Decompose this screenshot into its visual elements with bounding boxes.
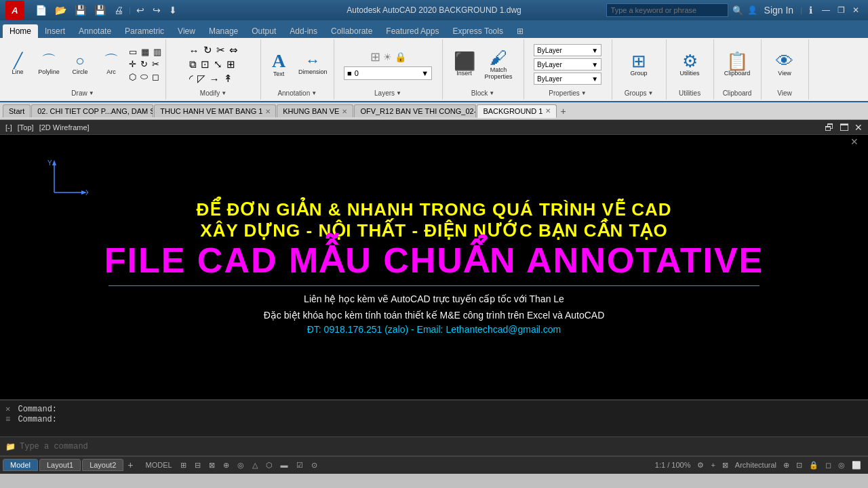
mirror-btn[interactable]: ⇔ [228,43,239,57]
workspace-btn[interactable]: ⊡ [795,461,804,470]
clipboard-btn[interactable]: 📋 Clipboard [721,50,754,79]
viewport-close-btn[interactable]: ✕ [854,122,863,133]
rotate-btn[interactable]: ↻ [139,58,149,70]
trim-mod-btn[interactable]: ✂ [215,43,226,57]
polyline-btn[interactable]: ⌒ Polyline [34,52,64,77]
viewport-style-btn[interactable]: [2D Wireframe] [39,123,90,131]
text-btn[interactable]: A Text [264,49,294,79]
prop-lineweight-dropdown[interactable]: ByLayer ▼ [534,73,601,85]
hatch-btn[interactable]: ▦ [140,46,151,58]
prop-color-dropdown[interactable]: ByLayer ▼ [534,44,601,56]
grid-btn[interactable]: ⊞ [179,461,188,470]
viewport-minimize-btn[interactable]: [-] [5,123,12,131]
lw-btn[interactable]: ▬ [279,461,290,469]
sel-btn[interactable]: ⊙ [310,461,319,470]
rect-btn[interactable]: ▭ [127,46,138,58]
info-btn[interactable]: ℹ [806,3,815,17]
ortho-btn[interactable]: ⊠ [208,461,216,470]
stretch-btn[interactable]: ⤡ [212,58,224,71]
lineweight-dropdown-arrow[interactable]: ▼ [591,75,598,83]
doc-tab-2-close[interactable]: ✕ [342,108,347,115]
match-props-btn[interactable]: 🖌 MatchProperties [481,47,516,82]
move-btn[interactable]: ✛ [127,58,138,70]
layout-tab-layout1[interactable]: Layout1 [39,459,81,471]
search-box[interactable] [606,3,728,17]
redo-btn[interactable]: ↪ [150,3,163,17]
maximize-btn[interactable]: ❐ [834,3,848,17]
region-btn[interactable]: ◻ [151,71,161,83]
hardware-btn[interactable]: ◻ [824,461,833,470]
scale-btn[interactable]: ⊡ [199,58,211,71]
modify-dropdown-arrow[interactable]: ▼ [221,90,226,96]
layout-tab-layout2[interactable]: Layout2 [82,459,123,471]
dimension-btn[interactable]: ↔ Dimension [295,52,331,77]
doc-tab-0[interactable]: 02. CHI TIET COP P...ANG, DAM SAN 2007 ✕ [31,104,153,117]
doc-tab-4[interactable]: BACKGROUND 1 ✕ [477,104,557,118]
tab-featured[interactable]: Featured Apps [379,24,446,38]
group-btn[interactable]: ⊞ Group [624,50,654,79]
minimize-btn[interactable]: — [819,3,833,17]
viewport-restore-btn[interactable]: 🗗 [825,122,834,133]
view-btn[interactable]: 👁 View [770,50,800,79]
circle-btn[interactable]: ○ Circle [65,52,95,77]
groups-dropdown-arrow[interactable]: ▼ [648,90,653,96]
doc-tab-1[interactable]: THUC HANH VE MAT BANG 1 ✕ [154,104,276,117]
poly-btn2[interactable]: ⬡ [127,71,138,83]
move-mod-btn[interactable]: ↔ [188,44,201,57]
tab-custom[interactable]: ⊞ [510,24,530,38]
polar-btn[interactable]: ⊕ [222,461,231,470]
isnap-btn[interactable]: ◎ [236,461,245,470]
fillet-btn[interactable]: ◜ [188,72,195,85]
model-indicator[interactable]: MODEL [144,461,173,469]
tab-home[interactable]: Home [3,24,38,38]
signin-btn[interactable]: Sign In [762,3,797,17]
user-icon[interactable]: 👤 [747,5,757,15]
insert-btn[interactable]: ⬛ Insert [450,50,479,79]
zoom-plus[interactable]: + [709,461,716,469]
viewport-view-btn[interactable]: [Top] [18,123,34,131]
offset-btn[interactable]: ↟ [222,72,234,85]
snap-btn[interactable]: ⊟ [193,461,202,470]
command-input[interactable] [20,442,863,451]
chamfer-btn[interactable]: ◸ [196,72,207,85]
new-btn[interactable]: 📄 [33,3,50,17]
tab-view[interactable]: View [171,24,202,38]
linetype-dropdown-arrow[interactable]: ▼ [591,61,598,68]
doc-tab-4-close[interactable]: ✕ [545,107,551,115]
trans-btn[interactable]: ☑ [295,461,304,470]
more-btn[interactable]: ⬇ [166,3,180,17]
dyn-btn[interactable]: ⬡ [264,461,274,470]
layout-tab-model[interactable]: Model [3,459,38,471]
fullscreen-btn[interactable]: ⬜ [850,461,863,470]
lock-ui-btn[interactable]: 🔒 [808,461,820,470]
ellipse-btn[interactable]: ⬭ [139,70,149,83]
array-btn[interactable]: ⊞ [225,58,237,71]
draw-dropdown-arrow[interactable]: ▼ [89,90,94,96]
open-btn[interactable]: 📂 [52,3,69,17]
undo-btn[interactable]: ↩ [134,3,147,17]
saveas-btn[interactable]: 💾 [92,3,108,17]
layer-dropdown[interactable]: ■ 0 ▼ [344,66,432,80]
doc-tab-2[interactable]: KHUNG BAN VE ✕ [277,104,353,117]
doc-tab-3[interactable]: OFV_R12 BAN VE THI CONG_02-10 ✕ [354,104,476,117]
tab-parametric[interactable]: Parametric [118,24,171,38]
gradient-btn[interactable]: ▥ [152,46,163,58]
isolation-btn[interactable]: ◎ [837,461,846,470]
utilities-btn[interactable]: ⚙ Utilities [675,50,705,79]
extend-btn[interactable]: → [208,73,221,85]
tab-insert[interactable]: Insert [38,24,72,38]
add-layout-btn[interactable]: + [125,460,136,470]
annotation-scale-btn[interactable]: Architectural [734,461,778,469]
itrack-btn[interactable]: △ [251,461,259,470]
anno-monitor-btn[interactable]: ⊕ [782,461,791,470]
line-btn[interactable]: ╱ Line [3,52,33,77]
prop-linetype-dropdown[interactable]: ByLayer ▼ [534,58,601,70]
doc-tab-start[interactable]: Start [3,104,31,117]
search-icon[interactable]: 🔍 [732,5,743,16]
block-dropdown-arrow[interactable]: ▼ [489,90,494,96]
tab-output[interactable]: Output [245,24,283,38]
tab-addins[interactable]: Add-ins [283,24,324,38]
rotate-mod-btn[interactable]: ↻ [202,43,214,57]
print-btn[interactable]: 🖨 [111,3,126,17]
new-tab-btn[interactable]: + [557,106,568,117]
